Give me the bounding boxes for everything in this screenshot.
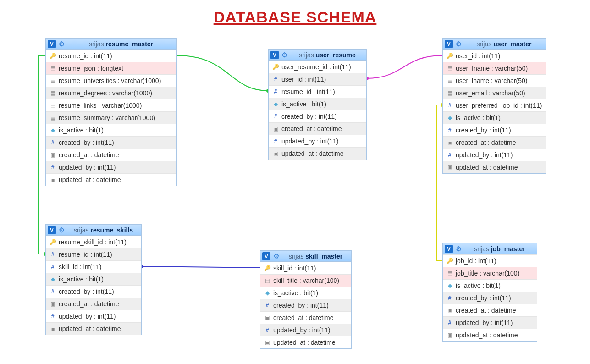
column-row[interactable]: ▣created_at : datetime bbox=[443, 136, 546, 149]
column-row[interactable]: #created_by : int(11) bbox=[260, 299, 351, 311]
column-row[interactable]: ◆is_active : bit(1) bbox=[260, 287, 351, 299]
column-row[interactable]: ▤resume_universities : varchar(1000) bbox=[46, 74, 176, 87]
column-row[interactable]: #updated_by : int(11) bbox=[260, 324, 351, 336]
column-row[interactable]: ◆is_active : bit(1) bbox=[443, 279, 537, 292]
column-row[interactable]: ▣created_at : datetime bbox=[260, 311, 351, 324]
table-resume_skills[interactable]: V⚙srijas resume_skills🔑resume_skill_id :… bbox=[45, 224, 142, 335]
column-row[interactable]: #user_id : int(11) bbox=[269, 73, 366, 85]
column-name: user_id : int(11) bbox=[456, 52, 500, 60]
column-row[interactable]: ▣updated_at : datetime bbox=[443, 329, 537, 341]
column-type-icon: ▣ bbox=[264, 339, 270, 346]
gear-icon[interactable]: ⚙ bbox=[454, 40, 463, 48]
column-row[interactable]: #created_by : int(11) bbox=[443, 124, 546, 136]
column-row[interactable]: ▤user_email : varchar(50) bbox=[443, 87, 546, 99]
column-row[interactable]: #updated_by : int(11) bbox=[443, 316, 537, 329]
column-row[interactable]: ◆is_active : bit(1) bbox=[269, 98, 366, 110]
column-name: updated_at : datetime bbox=[59, 325, 121, 332]
column-row[interactable]: ▣updated_at : datetime bbox=[46, 173, 176, 186]
column-row[interactable]: 🔑resume_skill_id : int(11) bbox=[46, 236, 141, 248]
table-header[interactable]: V⚙srijas user_resume bbox=[269, 50, 366, 61]
table-header[interactable]: V⚙srijas user_master bbox=[443, 39, 546, 50]
column-name: updated_by : int(11) bbox=[59, 164, 116, 171]
column-name: updated_at : datetime bbox=[273, 339, 335, 346]
column-row[interactable]: ▤job_title : varchar(100) bbox=[443, 267, 537, 279]
column-row[interactable]: 🔑user_resume_id : int(11) bbox=[269, 61, 366, 73]
column-type-icon: ▤ bbox=[50, 115, 56, 121]
column-row[interactable]: ▣created_at : datetime bbox=[46, 298, 141, 310]
column-type-icon: ◆ bbox=[264, 290, 270, 296]
column-type-icon: # bbox=[447, 295, 453, 301]
column-row[interactable]: #updated_by : int(11) bbox=[46, 161, 176, 173]
column-row[interactable]: ◆is_active : bit(1) bbox=[46, 124, 176, 136]
column-row[interactable]: #created_by : int(11) bbox=[443, 292, 537, 304]
column-row[interactable]: #updated_by : int(11) bbox=[269, 135, 366, 147]
column-row[interactable]: 🔑skill_id : int(11) bbox=[260, 262, 351, 274]
column-row[interactable]: ▤resume_summary : varchar(1000) bbox=[46, 111, 176, 124]
column-type-icon: ▤ bbox=[50, 65, 56, 72]
column-name: user_resume_id : int(11) bbox=[281, 63, 351, 71]
table-header[interactable]: V⚙srijas resume_master bbox=[46, 39, 176, 50]
table-user_resume[interactable]: V⚙srijas user_resume🔑user_resume_id : in… bbox=[268, 49, 367, 160]
gear-icon[interactable]: ⚙ bbox=[272, 252, 280, 260]
gear-icon[interactable]: ⚙ bbox=[57, 40, 66, 48]
column-row[interactable]: ◆is_active : bit(1) bbox=[443, 111, 546, 124]
column-row[interactable]: 🔑user_id : int(11) bbox=[443, 50, 546, 62]
column-name: resume_id : int(11) bbox=[59, 251, 112, 258]
gear-icon[interactable]: ⚙ bbox=[57, 226, 66, 234]
table-header[interactable]: V⚙srijas resume_skills bbox=[46, 225, 141, 236]
gear-icon[interactable]: ⚙ bbox=[280, 51, 288, 59]
column-type-icon: ▣ bbox=[50, 176, 56, 183]
table-job_master[interactable]: V⚙srijas job_master🔑job_id : int(11)▤job… bbox=[442, 243, 537, 342]
column-type-icon: 🔑 bbox=[50, 53, 56, 59]
column-row[interactable]: ▤resume_links : varchar(1000) bbox=[46, 99, 176, 111]
column-row[interactable]: ▣created_at : datetime bbox=[443, 304, 537, 316]
column-type-icon: # bbox=[272, 76, 279, 83]
column-name: updated_at : datetime bbox=[281, 150, 343, 157]
column-row[interactable]: #created_by : int(11) bbox=[269, 110, 366, 122]
column-name: updated_by : int(11) bbox=[456, 151, 513, 159]
column-name: skill_title : varchar(100) bbox=[273, 277, 339, 284]
column-row[interactable]: ▣updated_at : datetime bbox=[443, 161, 546, 173]
column-row[interactable]: 🔑resume_id : int(11) bbox=[46, 50, 176, 62]
table-skill_master[interactable]: V⚙srijas skill_master🔑skill_id : int(11)… bbox=[260, 250, 352, 349]
column-row[interactable]: #skill_id : int(11) bbox=[46, 260, 141, 273]
column-name: skill_id : int(11) bbox=[59, 263, 101, 270]
column-row[interactable]: #created_by : int(11) bbox=[46, 285, 141, 298]
column-name: updated_by : int(11) bbox=[281, 138, 339, 145]
gear-icon[interactable]: ⚙ bbox=[454, 245, 463, 253]
column-row[interactable]: #updated_by : int(11) bbox=[46, 310, 141, 322]
table-resume_master[interactable]: V⚙srijas resume_master🔑resume_id : int(1… bbox=[45, 38, 177, 186]
column-row[interactable]: ▣updated_at : datetime bbox=[269, 147, 366, 160]
column-type-icon: 🔑 bbox=[50, 239, 56, 245]
column-type-icon: # bbox=[447, 320, 453, 326]
column-row[interactable]: ▣created_at : datetime bbox=[269, 122, 366, 135]
column-row[interactable]: ▤skill_title : varchar(100) bbox=[260, 274, 351, 287]
column-type-icon: 🔑 bbox=[264, 265, 270, 271]
column-row[interactable]: ▣created_at : datetime bbox=[46, 149, 176, 161]
column-row[interactable]: #user_preferred_job_id : int(11) bbox=[443, 99, 546, 111]
column-type-icon: ▣ bbox=[50, 325, 56, 332]
column-row[interactable]: 🔑job_id : int(11) bbox=[443, 254, 537, 267]
column-row[interactable]: #updated_by : int(11) bbox=[443, 149, 546, 161]
column-row[interactable]: ▣updated_at : datetime bbox=[260, 336, 351, 348]
column-name: created_by : int(11) bbox=[281, 113, 337, 120]
column-name: resume_id : int(11) bbox=[281, 88, 335, 95]
view-icon: V bbox=[270, 51, 279, 59]
column-row[interactable]: #resume_id : int(11) bbox=[269, 85, 366, 98]
column-row[interactable]: ▤resume_json : longtext bbox=[46, 62, 176, 74]
column-row[interactable]: ▤user_fname : varchar(50) bbox=[443, 62, 546, 74]
view-icon: V bbox=[445, 245, 453, 253]
column-name: resume_skill_id : int(11) bbox=[59, 238, 127, 246]
column-row[interactable]: ▤user_lname : varchar(50) bbox=[443, 74, 546, 87]
table-header[interactable]: V⚙srijas skill_master bbox=[260, 251, 351, 262]
column-row[interactable]: #created_by : int(11) bbox=[46, 136, 176, 149]
table-header[interactable]: V⚙srijas job_master bbox=[443, 243, 537, 254]
column-row[interactable]: ▣updated_at : datetime bbox=[46, 322, 141, 335]
column-name: updated_by : int(11) bbox=[456, 319, 513, 326]
column-row[interactable]: ▤resume_degrees : varchar(1000) bbox=[46, 87, 176, 99]
column-row[interactable]: #resume_id : int(11) bbox=[46, 248, 141, 260]
column-name: created_by : int(11) bbox=[59, 139, 114, 146]
column-name: is_active : bit(1) bbox=[59, 276, 104, 283]
table-user_master[interactable]: V⚙srijas user_master🔑user_id : int(11)▤u… bbox=[442, 38, 546, 174]
column-row[interactable]: ◆is_active : bit(1) bbox=[46, 273, 141, 285]
